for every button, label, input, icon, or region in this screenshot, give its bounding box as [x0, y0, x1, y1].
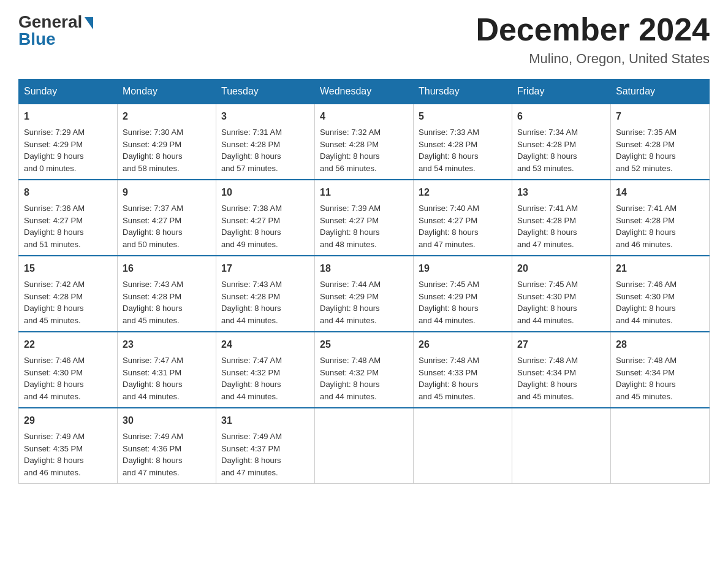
- day-number: 6: [517, 109, 605, 124]
- day-info: Sunrise: 7:45 AMSunset: 4:30 PMDaylight:…: [517, 280, 578, 325]
- page-header: General Blue December 2024 Mulino, Orego…: [18, 12, 710, 67]
- day-info: Sunrise: 7:34 AMSunset: 4:28 PMDaylight:…: [517, 128, 578, 173]
- calendar-title: December 2024: [476, 12, 710, 47]
- day-info: Sunrise: 7:48 AMSunset: 4:33 PMDaylight:…: [419, 356, 479, 401]
- day-info: Sunrise: 7:49 AMSunset: 4:35 PMDaylight:…: [24, 432, 85, 477]
- day-info: Sunrise: 7:35 AMSunset: 4:28 PMDaylight:…: [616, 128, 677, 173]
- title-section: December 2024 Mulino, Oregon, United Sta…: [476, 12, 710, 67]
- calendar-cell: 14Sunrise: 7:41 AMSunset: 4:28 PMDayligh…: [611, 180, 710, 256]
- day-info: Sunrise: 7:47 AMSunset: 4:32 PMDaylight:…: [221, 356, 282, 401]
- day-info: Sunrise: 7:43 AMSunset: 4:28 PMDaylight:…: [123, 280, 183, 325]
- day-info: Sunrise: 7:47 AMSunset: 4:31 PMDaylight:…: [123, 356, 183, 401]
- calendar-table: SundayMondayTuesdayWednesdayThursdayFrid…: [18, 79, 710, 484]
- day-info: Sunrise: 7:48 AMSunset: 4:32 PMDaylight:…: [320, 356, 381, 401]
- calendar-week-row: 8Sunrise: 7:36 AMSunset: 4:27 PMDaylight…: [19, 180, 710, 256]
- logo: General Blue: [18, 12, 93, 49]
- calendar-cell: 23Sunrise: 7:47 AMSunset: 4:31 PMDayligh…: [118, 332, 216, 408]
- calendar-cell: 3Sunrise: 7:31 AMSunset: 4:28 PMDaylight…: [216, 104, 315, 180]
- day-number: 12: [419, 185, 507, 200]
- day-number: 16: [123, 261, 211, 276]
- day-number: 28: [616, 337, 704, 352]
- calendar-cell: 9Sunrise: 7:37 AMSunset: 4:27 PMDaylight…: [118, 180, 216, 256]
- calendar-week-row: 22Sunrise: 7:46 AMSunset: 4:30 PMDayligh…: [19, 332, 710, 408]
- calendar-header-sunday: Sunday: [19, 80, 118, 104]
- day-number: 29: [24, 413, 112, 428]
- day-info: Sunrise: 7:29 AMSunset: 4:29 PMDaylight:…: [24, 128, 85, 173]
- day-number: 4: [320, 109, 408, 124]
- calendar-cell: 28Sunrise: 7:48 AMSunset: 4:34 PMDayligh…: [611, 332, 710, 408]
- calendar-cell: 12Sunrise: 7:40 AMSunset: 4:27 PMDayligh…: [414, 180, 512, 256]
- day-number: 20: [517, 261, 605, 276]
- calendar-cell: 29Sunrise: 7:49 AMSunset: 4:35 PMDayligh…: [19, 408, 118, 484]
- calendar-location: Mulino, Oregon, United States: [476, 51, 710, 67]
- day-number: 19: [419, 261, 507, 276]
- day-number: 24: [221, 337, 309, 352]
- calendar-header-thursday: Thursday: [414, 80, 512, 104]
- calendar-week-row: 15Sunrise: 7:42 AMSunset: 4:28 PMDayligh…: [19, 256, 710, 332]
- calendar-cell: 27Sunrise: 7:48 AMSunset: 4:34 PMDayligh…: [512, 332, 611, 408]
- day-number: 17: [221, 261, 309, 276]
- calendar-header-wednesday: Wednesday: [315, 80, 414, 104]
- calendar-cell: 31Sunrise: 7:49 AMSunset: 4:37 PMDayligh…: [216, 408, 315, 484]
- day-number: 2: [123, 109, 211, 124]
- calendar-cell: 4Sunrise: 7:32 AMSunset: 4:28 PMDaylight…: [315, 104, 414, 180]
- day-info: Sunrise: 7:48 AMSunset: 4:34 PMDaylight:…: [616, 356, 677, 401]
- calendar-cell: 7Sunrise: 7:35 AMSunset: 4:28 PMDaylight…: [611, 104, 710, 180]
- calendar-cell: 26Sunrise: 7:48 AMSunset: 4:33 PMDayligh…: [414, 332, 512, 408]
- day-info: Sunrise: 7:38 AMSunset: 4:27 PMDaylight:…: [221, 204, 282, 249]
- day-number: 11: [320, 185, 408, 200]
- day-number: 10: [221, 185, 309, 200]
- day-number: 3: [221, 109, 309, 124]
- day-info: Sunrise: 7:40 AMSunset: 4:27 PMDaylight:…: [419, 204, 479, 249]
- day-number: 31: [221, 413, 309, 428]
- day-info: Sunrise: 7:44 AMSunset: 4:29 PMDaylight:…: [320, 280, 381, 325]
- day-number: 15: [24, 261, 112, 276]
- calendar-cell: 1Sunrise: 7:29 AMSunset: 4:29 PMDaylight…: [19, 104, 118, 180]
- day-info: Sunrise: 7:30 AMSunset: 4:29 PMDaylight:…: [123, 128, 183, 173]
- calendar-cell: 30Sunrise: 7:49 AMSunset: 4:36 PMDayligh…: [118, 408, 216, 484]
- day-info: Sunrise: 7:46 AMSunset: 4:30 PMDaylight:…: [616, 280, 677, 325]
- day-info: Sunrise: 7:32 AMSunset: 4:28 PMDaylight:…: [320, 128, 381, 173]
- calendar-cell: 13Sunrise: 7:41 AMSunset: 4:28 PMDayligh…: [512, 180, 611, 256]
- day-number: 21: [616, 261, 704, 276]
- day-info: Sunrise: 7:36 AMSunset: 4:27 PMDaylight:…: [24, 204, 85, 249]
- calendar-week-row: 29Sunrise: 7:49 AMSunset: 4:35 PMDayligh…: [19, 408, 710, 484]
- day-number: 30: [123, 413, 211, 428]
- day-info: Sunrise: 7:33 AMSunset: 4:28 PMDaylight:…: [419, 128, 479, 173]
- calendar-cell: [512, 408, 611, 484]
- day-number: 14: [616, 185, 704, 200]
- calendar-week-row: 1Sunrise: 7:29 AMSunset: 4:29 PMDaylight…: [19, 104, 710, 180]
- day-info: Sunrise: 7:39 AMSunset: 4:27 PMDaylight:…: [320, 204, 381, 249]
- logo-arrow-icon: [85, 17, 93, 29]
- calendar-cell: 5Sunrise: 7:33 AMSunset: 4:28 PMDaylight…: [414, 104, 512, 180]
- day-number: 9: [123, 185, 211, 200]
- logo-blue-text: Blue: [18, 29, 56, 49]
- calendar-header-tuesday: Tuesday: [216, 80, 315, 104]
- day-number: 25: [320, 337, 408, 352]
- calendar-header-friday: Friday: [512, 80, 611, 104]
- calendar-cell: 21Sunrise: 7:46 AMSunset: 4:30 PMDayligh…: [611, 256, 710, 332]
- calendar-cell: 15Sunrise: 7:42 AMSunset: 4:28 PMDayligh…: [19, 256, 118, 332]
- day-info: Sunrise: 7:42 AMSunset: 4:28 PMDaylight:…: [24, 280, 85, 325]
- calendar-header-saturday: Saturday: [611, 80, 710, 104]
- calendar-cell: 16Sunrise: 7:43 AMSunset: 4:28 PMDayligh…: [118, 256, 216, 332]
- calendar-cell: 22Sunrise: 7:46 AMSunset: 4:30 PMDayligh…: [19, 332, 118, 408]
- day-info: Sunrise: 7:49 AMSunset: 4:36 PMDaylight:…: [123, 432, 183, 477]
- day-number: 23: [123, 337, 211, 352]
- day-number: 7: [616, 109, 704, 124]
- calendar-cell: 25Sunrise: 7:48 AMSunset: 4:32 PMDayligh…: [315, 332, 414, 408]
- day-number: 22: [24, 337, 112, 352]
- calendar-cell: 20Sunrise: 7:45 AMSunset: 4:30 PMDayligh…: [512, 256, 611, 332]
- day-number: 18: [320, 261, 408, 276]
- calendar-cell: [315, 408, 414, 484]
- calendar-header-monday: Monday: [118, 80, 216, 104]
- calendar-cell: [414, 408, 512, 484]
- day-info: Sunrise: 7:46 AMSunset: 4:30 PMDaylight:…: [24, 356, 85, 401]
- day-info: Sunrise: 7:41 AMSunset: 4:28 PMDaylight:…: [517, 204, 578, 249]
- day-info: Sunrise: 7:31 AMSunset: 4:28 PMDaylight:…: [221, 128, 282, 173]
- day-info: Sunrise: 7:41 AMSunset: 4:28 PMDaylight:…: [616, 204, 677, 249]
- day-info: Sunrise: 7:49 AMSunset: 4:37 PMDaylight:…: [221, 432, 282, 477]
- calendar-cell: 10Sunrise: 7:38 AMSunset: 4:27 PMDayligh…: [216, 180, 315, 256]
- day-info: Sunrise: 7:43 AMSunset: 4:28 PMDaylight:…: [221, 280, 282, 325]
- calendar-cell: 24Sunrise: 7:47 AMSunset: 4:32 PMDayligh…: [216, 332, 315, 408]
